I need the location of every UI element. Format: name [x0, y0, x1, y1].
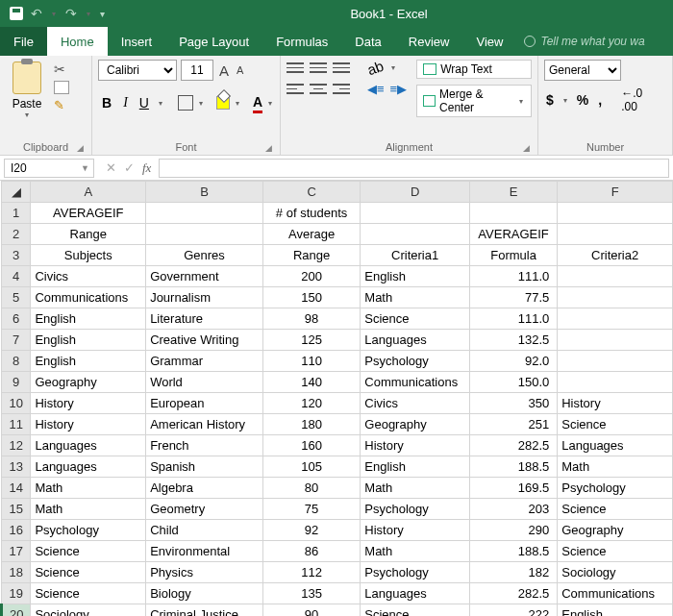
- chevron-down-icon[interactable]: ▼: [81, 163, 89, 173]
- tab-page-layout[interactable]: Page Layout: [165, 27, 262, 56]
- cell[interactable]: European: [146, 393, 263, 414]
- cell[interactable]: Psychology: [361, 562, 470, 583]
- row-header[interactable]: 14: [2, 478, 31, 499]
- cell[interactable]: [558, 287, 673, 308]
- cell[interactable]: 125: [262, 330, 360, 351]
- col-header[interactable]: F: [558, 182, 673, 203]
- cell[interactable]: [558, 330, 673, 351]
- cell[interactable]: Science: [31, 562, 146, 583]
- chevron-down-icon[interactable]: ▾: [389, 63, 397, 72]
- chevron-down-icon[interactable]: ▾: [234, 99, 241, 108]
- cell[interactable]: Criminal Justice: [146, 604, 263, 617]
- cell[interactable]: [146, 203, 263, 224]
- cell[interactable]: Sociology: [31, 604, 146, 617]
- cell[interactable]: English: [361, 456, 470, 478]
- copy-icon[interactable]: [54, 81, 69, 94]
- cell[interactable]: American History: [146, 414, 263, 435]
- cell[interactable]: Psychology: [558, 478, 673, 499]
- font-name-select[interactable]: Calibri: [98, 60, 177, 81]
- cell[interactable]: 182: [469, 562, 557, 583]
- cell[interactable]: [558, 224, 673, 245]
- cell[interactable]: 110: [262, 351, 360, 372]
- number-format-select[interactable]: General: [544, 60, 621, 81]
- row-header[interactable]: 13: [2, 456, 31, 478]
- cell[interactable]: 251: [469, 414, 557, 435]
- cell[interactable]: Science: [558, 541, 673, 562]
- increase-decimal-icon[interactable]: ←.0.00: [621, 86, 642, 113]
- cell[interactable]: # of students: [262, 203, 360, 224]
- col-header[interactable]: C: [262, 182, 360, 203]
- select-all-corner[interactable]: ◢: [2, 182, 31, 203]
- borders-icon[interactable]: [178, 95, 193, 111]
- redo-icon[interactable]: ↷: [65, 6, 77, 21]
- cell[interactable]: Science: [361, 308, 470, 330]
- format-painter-icon[interactable]: ✎: [54, 98, 69, 112]
- tab-home[interactable]: Home: [47, 27, 108, 56]
- cut-icon[interactable]: ✂: [54, 62, 69, 77]
- cell[interactable]: 350: [469, 393, 557, 414]
- cell[interactable]: Child: [146, 520, 263, 541]
- cell[interactable]: English: [558, 604, 673, 617]
- bold-button[interactable]: B: [98, 95, 115, 111]
- tab-view[interactable]: View: [462, 27, 516, 56]
- paste-button[interactable]: Paste ▾: [6, 60, 48, 119]
- dialog-launcher-icon[interactable]: ◢: [523, 143, 530, 153]
- cell[interactable]: 180: [262, 414, 360, 435]
- dialog-launcher-icon[interactable]: ◢: [265, 143, 272, 153]
- row-header[interactable]: 10: [2, 393, 31, 414]
- cell[interactable]: 77.5: [469, 287, 557, 308]
- increase-indent-icon[interactable]: ≡▶: [390, 82, 408, 96]
- cell[interactable]: Geography: [361, 414, 470, 435]
- cell[interactable]: Genres: [146, 245, 263, 266]
- row-header[interactable]: 3: [2, 245, 31, 266]
- cell[interactable]: [558, 351, 673, 372]
- cell[interactable]: Physics: [146, 562, 263, 583]
- dialog-launcher-icon[interactable]: ◢: [77, 143, 84, 153]
- row-header[interactable]: 18: [2, 562, 31, 583]
- cell[interactable]: Geometry: [146, 499, 263, 520]
- cell[interactable]: 150.0: [469, 372, 557, 393]
- cell[interactable]: [469, 203, 557, 224]
- col-header[interactable]: A: [31, 182, 146, 203]
- cell[interactable]: Subjects: [31, 245, 146, 266]
- cell[interactable]: Creative Writing: [146, 330, 263, 351]
- cell[interactable]: Geography: [31, 372, 146, 393]
- cell[interactable]: Average: [262, 224, 360, 245]
- font-color-icon[interactable]: A: [253, 94, 262, 111]
- col-header[interactable]: D: [361, 182, 470, 203]
- cell[interactable]: Languages: [31, 456, 146, 478]
- cancel-icon[interactable]: ✕: [106, 160, 116, 176]
- tab-insert[interactable]: Insert: [108, 27, 166, 56]
- tab-review[interactable]: Review: [395, 27, 463, 56]
- cell[interactable]: AVERAGEIF: [31, 203, 146, 224]
- save-icon[interactable]: [10, 7, 23, 20]
- cell[interactable]: 188.5: [469, 541, 557, 562]
- chevron-down-icon[interactable]: ▾: [85, 10, 92, 18]
- orientation-icon[interactable]: ab: [365, 58, 386, 79]
- cell[interactable]: Psychology: [31, 520, 146, 541]
- row-header[interactable]: 5: [2, 287, 31, 308]
- decrease-font-icon[interactable]: A: [235, 64, 245, 76]
- cell[interactable]: 282.5: [469, 583, 557, 604]
- cell[interactable]: Psychology: [361, 351, 470, 372]
- merge-center-button[interactable]: Merge & Center ▾: [416, 85, 532, 117]
- cell[interactable]: 140: [262, 372, 360, 393]
- cell[interactable]: 111.0: [469, 266, 557, 287]
- enter-icon[interactable]: ✓: [124, 160, 135, 176]
- cell[interactable]: 200: [262, 266, 360, 287]
- cell[interactable]: English: [31, 308, 146, 330]
- cell[interactable]: AVERAGEIF: [469, 224, 557, 245]
- row-header[interactable]: 4: [2, 266, 31, 287]
- cell[interactable]: 90: [262, 604, 360, 617]
- cell[interactable]: French: [146, 435, 263, 456]
- cell[interactable]: 98: [262, 308, 360, 330]
- align-top-icon[interactable]: [287, 62, 304, 75]
- cell[interactable]: 92.0: [469, 351, 557, 372]
- comma-style-button[interactable]: ,: [596, 92, 604, 108]
- cell[interactable]: Government: [146, 266, 263, 287]
- row-header[interactable]: 17: [2, 541, 31, 562]
- cell[interactable]: Communications: [558, 583, 673, 604]
- row-header[interactable]: 11: [2, 414, 31, 435]
- cell[interactable]: Journalism: [146, 287, 263, 308]
- underline-button[interactable]: U: [136, 95, 153, 111]
